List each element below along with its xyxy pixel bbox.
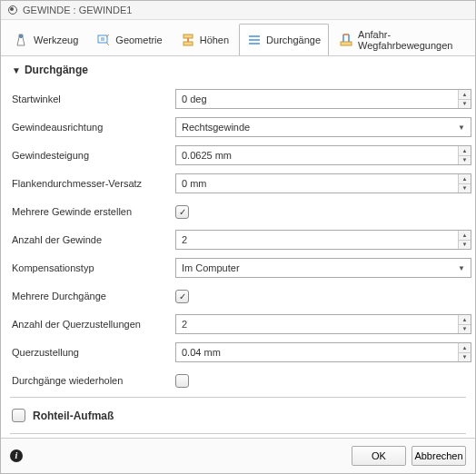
svg-rect-4 (341, 42, 352, 45)
label-mehrere-durchgaenge: Mehrere Durchgänge (12, 291, 175, 301)
mehrere-gewinde-checkbox[interactable]: ✓ (175, 205, 189, 219)
ok-button[interactable]: OK (352, 446, 406, 466)
spin-down-icon[interactable]: ▼ (459, 184, 471, 193)
label-kompensationstyp: Kompensationstyp (12, 262, 175, 273)
spin-down-icon[interactable]: ▼ (459, 156, 471, 165)
mehrere-durchgaenge-checkbox[interactable]: ✓ (175, 290, 189, 303)
kompensationstyp-select[interactable]: Im Computer ▼ (175, 258, 471, 278)
gewindeausrichtung-select[interactable]: Rechtsgewinde ▼ (175, 117, 471, 137)
tab-label: Geometrie (115, 35, 162, 45)
tab-label: Anfahr-Wegfahrbewegungen (358, 29, 461, 51)
geometry-icon (96, 33, 111, 47)
tool-icon (15, 33, 29, 47)
spin-down-icon[interactable]: ▼ (459, 353, 471, 362)
info-icon[interactable]: i (10, 449, 23, 462)
flanken-input[interactable]: 0 mm ▲▼ (175, 173, 471, 193)
label-durchgaenge-wiederholen: Durchgänge wiederholen (12, 375, 175, 386)
gewindesteigung-input[interactable]: 0.0625 mm ▲▼ (175, 145, 471, 165)
passes-icon (247, 33, 262, 47)
label-gewindesteigung: Gewindesteigung (12, 150, 175, 161)
tab-label: Höhen (200, 35, 229, 45)
section-durchgaenge: ▼ Durchgänge (1, 56, 475, 87)
svg-point-0 (20, 35, 23, 38)
rohteil-checkbox[interactable] (12, 409, 25, 422)
querzustellung-input[interactable]: 0.04 mm ▲▼ (175, 342, 471, 362)
spin-up-icon[interactable]: ▲ (459, 90, 471, 100)
section-header[interactable]: ▼ Durchgänge (12, 64, 464, 76)
tab-label: Durchgänge (266, 35, 321, 45)
spin-up-icon[interactable]: ▲ (459, 315, 471, 325)
divider (10, 397, 466, 398)
chevron-down-icon: ▼ (458, 123, 465, 132)
linking-icon (339, 33, 353, 47)
svg-rect-1 (98, 35, 107, 43)
svg-rect-3 (183, 42, 193, 45)
label-anzahl-querzustellungen: Anzahl der Querzustellungen (12, 319, 175, 330)
spin-up-icon[interactable]: ▲ (459, 343, 471, 353)
divider (10, 433, 466, 434)
subsection-rohteil[interactable]: Rohteil-Aufmaß (1, 401, 475, 430)
rohteil-label: Rohteil-Aufmaß (33, 410, 114, 422)
label-mehrere-gewinde: Mehrere Gewinde erstellen (12, 206, 175, 217)
spin-down-icon[interactable]: ▼ (459, 100, 471, 109)
tab-durchgaenge[interactable]: Durchgänge (239, 24, 329, 55)
tab-hoehen[interactable]: Höhen (173, 24, 237, 55)
cancel-button[interactable]: Abbrechen (412, 446, 466, 466)
chevron-down-icon: ▼ (458, 264, 465, 272)
disclosure-triangle-icon: ▼ (12, 65, 21, 75)
tab-anfahr[interactable]: Anfahr-Wegfahrbewegungen (331, 24, 470, 55)
spin-down-icon[interactable]: ▼ (459, 325, 471, 334)
spin-up-icon[interactable]: ▲ (459, 174, 471, 184)
anzahl-querzustellungen-input[interactable]: 2 ▲▼ (175, 314, 471, 334)
durchgaenge-wiederholen-checkbox[interactable] (175, 374, 189, 388)
svg-rect-2 (183, 35, 193, 38)
tab-label: Werkzeug (34, 35, 78, 45)
tab-werkzeug[interactable]: Werkzeug (6, 24, 86, 55)
titlebar: GEWINDE : GEWINDE1 (1, 1, 475, 20)
label-anzahl-gewinde: Anzahl der Gewinde (12, 234, 175, 245)
spin-up-icon[interactable]: ▲ (459, 146, 471, 156)
tab-geometrie[interactable]: Geometrie (88, 24, 170, 55)
anzahl-gewinde-input[interactable]: 2 ▲▼ (175, 230, 471, 250)
window-title: GEWINDE : GEWINDE1 (23, 5, 132, 15)
form-body: Startwinkel 0 deg ▲▼ Gewindeausrichtung … (1, 87, 475, 393)
label-flanken: Flankendurchmesser-Versatz (12, 178, 175, 189)
spin-down-icon[interactable]: ▼ (459, 241, 471, 250)
section-title: Durchgänge (25, 64, 88, 76)
tab-bar: Werkzeug Geometrie Höhen Durchgänge Anfa… (1, 20, 475, 56)
spin-up-icon[interactable]: ▲ (459, 231, 471, 241)
label-startwinkel: Startwinkel (12, 94, 175, 104)
label-gewindeausrichtung: Gewindeausrichtung (12, 122, 175, 133)
heights-icon (181, 33, 195, 47)
label-querzustellung: Querzustellung (12, 347, 175, 358)
footer: i OK Abbrechen (1, 438, 475, 473)
app-icon (8, 5, 17, 15)
startwinkel-input[interactable]: 0 deg ▲▼ (175, 89, 471, 109)
